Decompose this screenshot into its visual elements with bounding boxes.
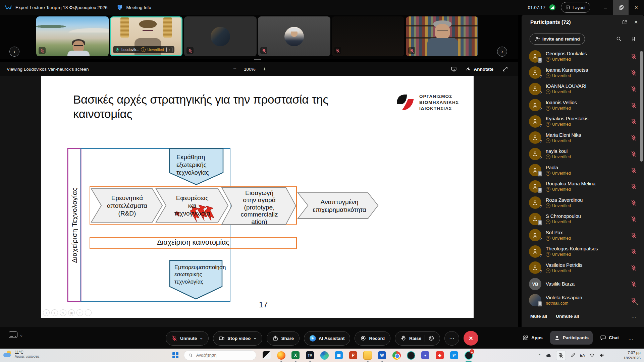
language-indicator[interactable]: ΕΛ	[580, 353, 585, 357]
video-tile-5[interactable]	[332, 16, 404, 56]
participant-row[interactable]: Paola Unverified	[522, 162, 644, 179]
participant-muted-mic-icon[interactable]	[631, 135, 637, 141]
taskbar-weather-widget[interactable]: 11°C Αραιές νεφώσεις	[3, 350, 40, 358]
share-button[interactable]: Share	[267, 331, 300, 346]
invite-and-remind-button[interactable]: Invite and remind	[530, 34, 585, 45]
chat-button[interactable]: Chat	[596, 331, 623, 345]
chrome-icon[interactable]	[391, 350, 401, 360]
video-tile-1[interactable]	[36, 16, 109, 56]
participant-muted-mic-icon[interactable]	[631, 183, 637, 189]
participant-row[interactable]: Vasileios Petridis Unverified	[522, 260, 644, 276]
scrollbar-thumb[interactable]	[640, 51, 643, 162]
remote-control-icon[interactable]	[451, 66, 457, 72]
participant-muted-mic-icon[interactable]	[631, 102, 637, 108]
participant-row[interactable]: Sof Pax Unverified	[522, 227, 644, 244]
chevron-down-icon[interactable]	[253, 336, 257, 341]
participant-row[interactable]: Maria Eleni Nika Unverified	[522, 130, 644, 146]
participant-muted-mic-icon[interactable]	[631, 265, 637, 271]
microsoft-store-icon[interactable]: ▦	[334, 350, 344, 360]
next-page-icon[interactable]: ›	[51, 309, 58, 316]
participant-row[interactable]: Roza Zaverdinou Unverified	[522, 195, 644, 211]
unmute-all-button[interactable]: Unmute all	[556, 314, 579, 319]
teams-icon[interactable]: ●	[420, 350, 430, 360]
participant-muted-mic-icon[interactable]	[631, 70, 637, 76]
pop-out-panel-icon[interactable]	[622, 19, 627, 25]
chevron-down-icon[interactable]	[200, 336, 203, 341]
participants-more-options-icon[interactable]	[631, 313, 637, 319]
participant-muted-mic-icon[interactable]	[631, 167, 637, 173]
mute-all-button[interactable]: Mute all	[530, 314, 547, 319]
snapshot-icon[interactable]: ▣	[68, 309, 75, 316]
participant-muted-mic-icon[interactable]	[631, 118, 637, 124]
webex-meeting-taskbar-icon[interactable]: 1	[464, 350, 474, 360]
taskbar-clock[interactable]: 7:37 μμ 18/2/2026	[624, 350, 641, 361]
zoom-in-button[interactable]: +	[263, 66, 266, 72]
participant-row[interactable]: Ioannis Vellios Unverified	[522, 97, 644, 114]
filmstrip-prev-button[interactable]	[9, 47, 19, 57]
pen-tool-icon[interactable]: ✎	[60, 309, 66, 316]
restore-button[interactable]	[613, 0, 629, 15]
participant-row[interactable]: Theologos Kolompatsos Unverified	[522, 243, 644, 260]
unmute-button[interactable]: Unmute	[166, 331, 209, 346]
participant-row[interactable]: Ioanna Karampetsa Unverified	[522, 65, 644, 81]
participant-row[interactable]: Roupakia Maria Melina Unverified	[522, 178, 644, 195]
minimize-button[interactable]	[598, 0, 613, 15]
participant-muted-mic-icon[interactable]	[631, 86, 637, 92]
powerpoint-icon[interactable]: P	[348, 350, 358, 360]
wifi-icon[interactable]	[589, 353, 595, 358]
pen-input-icon[interactable]	[570, 353, 576, 358]
sort-participants-icon[interactable]	[631, 36, 637, 42]
edge-icon[interactable]	[319, 350, 329, 360]
close-window-button[interactable]	[629, 0, 644, 15]
participant-row[interactable]: IOANNA LOUVARI Unverified	[522, 81, 644, 97]
closed-captions-button[interactable]	[9, 331, 23, 338]
app-darkmode-icon[interactable]	[262, 350, 272, 360]
onedrive-cloud-icon[interactable]	[546, 352, 552, 358]
search-participants-icon[interactable]	[616, 36, 622, 42]
record-button[interactable]: Record	[355, 331, 390, 346]
participants-scrollbar[interactable]	[640, 48, 643, 308]
video-tile-active-speaker[interactable]: Loudovik... Unverified	[110, 16, 182, 56]
excel-icon[interactable]: X	[290, 350, 301, 360]
video-tile-4[interactable]	[258, 16, 330, 56]
video-tile-3[interactable]	[184, 16, 257, 56]
collapse-icon[interactable]: −	[85, 309, 92, 316]
stop-video-button[interactable]: Stop video	[213, 331, 262, 346]
meeting-info-button[interactable]: Meeting Info	[126, 5, 151, 10]
participant-row[interactable]: Kyriakos Proestakis Unverified	[522, 113, 644, 130]
participant-row[interactable]: VB Vasiliki Barza	[522, 276, 644, 292]
close-panel-icon[interactable]	[634, 19, 638, 25]
tray-mic-muted-icon[interactable]	[556, 351, 566, 360]
participants-button[interactable]: Participants	[550, 331, 593, 345]
scroll-down-chevron-icon[interactable]	[635, 300, 639, 306]
teamviewer-icon[interactable]: ⇄	[449, 350, 459, 360]
panel-more-options-icon[interactable]	[626, 335, 635, 341]
layout-button[interactable]: Layout	[561, 2, 590, 13]
taskbar-search[interactable]	[184, 350, 256, 360]
volume-icon[interactable]	[599, 353, 604, 358]
tradingview-icon[interactable]: TV	[305, 350, 315, 360]
ai-assistant-button[interactable]: AI Assistant	[304, 331, 351, 346]
connection-quality-icon[interactable]	[549, 4, 555, 10]
participant-row[interactable]: Georgios Doukakis Unverified	[522, 48, 644, 65]
participant-muted-mic-icon[interactable]	[631, 53, 637, 59]
apps-button[interactable]: Apps	[519, 331, 547, 345]
search-input[interactable]	[196, 353, 247, 358]
prev-page-icon[interactable]: ‹	[43, 309, 50, 316]
participant-muted-mic-icon[interactable]	[631, 248, 637, 254]
leave-meeting-button[interactable]	[464, 331, 478, 346]
raise-hand-reactions-button[interactable]: Raise	[395, 331, 440, 346]
tray-overflow-chevron-icon[interactable]	[538, 352, 541, 358]
zoom-out-button[interactable]: −	[233, 66, 236, 72]
filmstrip-next-button[interactable]	[497, 47, 507, 57]
participant-muted-mic-icon[interactable]	[631, 232, 637, 238]
participant-row[interactable]: S Chronopoulou Unverified	[522, 211, 644, 227]
start-button[interactable]	[172, 352, 178, 358]
participant-muted-mic-icon[interactable]	[631, 151, 637, 157]
participant-muted-mic-icon[interactable]	[631, 281, 637, 287]
participant-muted-mic-icon[interactable]	[631, 216, 637, 222]
firefox-icon[interactable]	[276, 350, 286, 360]
participant-muted-mic-icon[interactable]	[631, 200, 637, 206]
participant-row[interactable]: Violeta Kasapian hotmail.com	[522, 292, 644, 309]
word-icon[interactable]: W	[377, 350, 387, 360]
